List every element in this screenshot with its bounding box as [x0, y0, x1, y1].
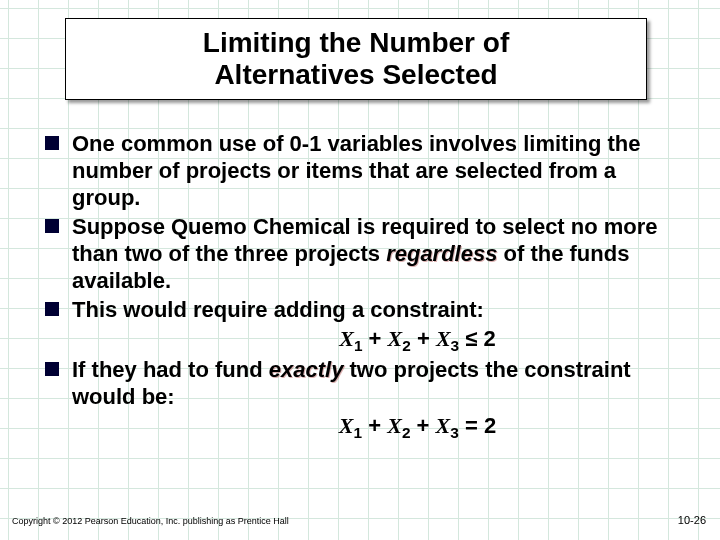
bullet-text-segment: This would require adding a constraint:	[72, 297, 484, 322]
formula-rhs: 2	[483, 326, 495, 351]
bullet-text-segment: One common use of 0-1 variables involves…	[72, 131, 641, 210]
bullet-item: If they had to fund exactly two projects…	[45, 356, 690, 410]
copyright-text: Copyright © 2012 Pearson Education, Inc.…	[12, 516, 289, 526]
bullet-text-segment: If they had to fund	[72, 357, 269, 382]
bullet-text: If they had to fund exactly two projects…	[72, 356, 690, 410]
formula-var: X	[388, 326, 403, 351]
formula-sub: 2	[402, 424, 411, 441]
title-line-2: Alternatives Selected	[214, 59, 497, 90]
bullet-item: Suppose Quemo Chemical is required to se…	[45, 213, 690, 294]
formula-sub: 1	[354, 424, 363, 441]
bullet-text: This would require adding a constraint:	[72, 296, 484, 323]
bullet-item: This would require adding a constraint:	[45, 296, 690, 323]
square-bullet-icon	[45, 136, 59, 150]
constraint-formula-1: X1 + X2 + X3 ≤ 2	[145, 325, 690, 356]
formula-var: X	[436, 413, 451, 438]
formula-var: X	[339, 413, 354, 438]
formula-var: X	[339, 326, 354, 351]
square-bullet-icon	[45, 219, 59, 233]
page-number: 10-26	[678, 514, 706, 526]
formula-sub: 2	[402, 338, 411, 355]
formula-sub: 3	[450, 424, 459, 441]
bullet-item: One common use of 0-1 variables involves…	[45, 130, 690, 211]
formula-op: ≤	[465, 326, 477, 351]
formula-rhs: 2	[484, 413, 496, 438]
slide-content: One common use of 0-1 variables involves…	[45, 130, 690, 443]
bullet-emphasis: regardless	[386, 241, 497, 266]
slide-title-box: Limiting the Number of Alternatives Sele…	[65, 18, 647, 100]
bullet-emphasis: exactly	[269, 357, 344, 382]
square-bullet-icon	[45, 362, 59, 376]
formula-sub: 1	[354, 338, 363, 355]
title-line-1: Limiting the Number of	[203, 27, 509, 58]
square-bullet-icon	[45, 302, 59, 316]
slide-title: Limiting the Number of Alternatives Sele…	[203, 27, 509, 91]
formula-var: X	[387, 413, 402, 438]
formula-var: X	[436, 326, 451, 351]
formula-sub: 3	[451, 338, 460, 355]
constraint-formula-2: X1 + X2 + X3 = 2	[145, 412, 690, 443]
formula-op: =	[465, 413, 478, 438]
bullet-text: One common use of 0-1 variables involves…	[72, 130, 690, 211]
bullet-text: Suppose Quemo Chemical is required to se…	[72, 213, 690, 294]
